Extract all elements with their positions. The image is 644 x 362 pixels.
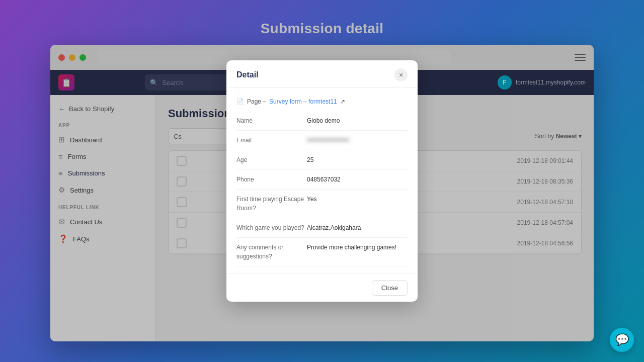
field-value-name: Globo demo <box>307 116 408 125</box>
modal-body: 📄 Page – Survey form – formtest11 ↗ Name… <box>226 95 418 274</box>
detail-row-phone: Phone 0485637032 <box>236 170 408 190</box>
field-label-comments: Any comments or suggestions? <box>236 243 307 261</box>
field-label-age: Age <box>236 155 307 164</box>
modal-overlay[interactable]: Detail × 📄 Page – Survey form – formtest… <box>156 95 594 341</box>
detail-row-rating: What is your rating for our service? 4 <box>236 266 408 274</box>
main-layout: ← Back to Shopify APP ⊞ Dashboard ≡ Form… <box>50 95 594 341</box>
detail-modal: Detail × 📄 Page – Survey form – formtest… <box>226 95 418 302</box>
field-value-email: •••••••••••••••••••• <box>307 136 408 145</box>
detail-row-comments: Any comments or suggestions? Provide mor… <box>236 238 408 266</box>
main-area: Submissions Status ▾ Form ▾ More filters… <box>156 95 594 341</box>
field-value-game: Alcatraz,Aokigahara <box>307 223 408 232</box>
detail-row-escape-room: First time playing Escape Room? Yes <box>236 190 408 218</box>
modal-footer: Close <box>226 274 418 302</box>
field-label-email: Email <box>236 136 307 145</box>
field-value-phone: 0485637032 <box>307 175 408 184</box>
detail-row-name: Name Globo demo <box>236 111 408 131</box>
field-label-name: Name <box>236 116 307 125</box>
field-value-age: 25 <box>307 155 408 164</box>
page-link[interactable]: Survey form – formtest11 <box>269 98 337 105</box>
field-value-comments: Provide more challenging games! <box>307 243 408 261</box>
detail-row-game: Which game you played? Alcatraz,Aokigaha… <box>236 218 408 238</box>
field-label-escape-room: First time playing Escape Room? <box>236 195 307 213</box>
field-value-escape-room: Yes <box>307 195 408 213</box>
page-prefix: Page – <box>247 98 266 105</box>
app-content: 📋 🔍 Search F formtest11.myshopify.com ← … <box>50 70 594 341</box>
external-link-icon: ↗ <box>340 98 345 105</box>
field-label-game: Which game you played? <box>236 223 307 232</box>
detail-row-age: Age 25 <box>236 150 408 170</box>
chat-bubble-button[interactable]: 💬 <box>610 328 634 352</box>
field-label-phone: Phone <box>236 175 307 184</box>
page-link-doc-icon: 📄 <box>236 98 244 105</box>
browser-window: 📋 🔍 Search F formtest11.myshopify.com ← … <box>50 45 594 341</box>
detail-row-email: Email •••••••••••••••••••• <box>236 131 408 150</box>
close-button[interactable]: Close <box>372 280 408 296</box>
modal-page-link-row: 📄 Page – Survey form – formtest11 ↗ <box>236 95 408 111</box>
